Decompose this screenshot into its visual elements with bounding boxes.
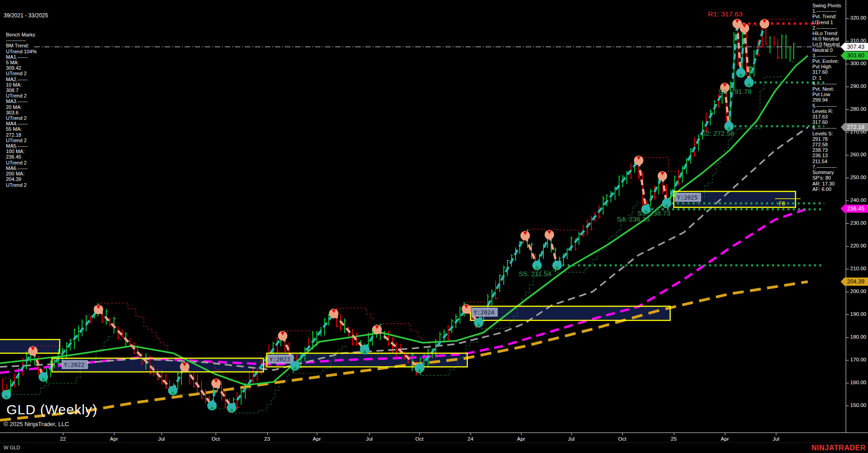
left-panel-line: 309.42 (6, 65, 48, 71)
time-tick (674, 433, 674, 435)
price-axis-label: 280.00 (850, 106, 866, 112)
ma200-line[interactable] (0, 282, 808, 420)
price-tick (846, 109, 849, 110)
right-panel-line: AF: 6.00 (812, 186, 846, 192)
price-axis-label: 290.00 (850, 83, 866, 89)
price-axis-label: 320.00 (850, 15, 866, 21)
year-chip-label: Y:2022 (64, 361, 84, 368)
left-panel-line: BM Trend: (6, 43, 48, 48)
range-label: 39/2021 - 33/2025 (4, 13, 48, 18)
left-panel-line: UTrend 2 (6, 138, 48, 143)
right-panel-line: Pvt High (812, 64, 846, 69)
right-panel-line: 317.63 (812, 114, 846, 119)
right-panel-line: AR: 17.30 (812, 181, 846, 186)
status-bar: W GLD NINJATRADER (0, 443, 868, 453)
time-axis-label: Oct (618, 436, 626, 442)
price-axis-label: 180.00 (850, 334, 866, 340)
price-axis-label: 230.00 (850, 220, 866, 226)
time-axis-label: Apr (517, 436, 525, 442)
swing-pivots-panel: Swing Pivots1.------------Pvt. Trend:UTr… (812, 3, 846, 192)
time-axis-label: 24 (468, 436, 474, 442)
time-tick (161, 433, 162, 435)
time-tick (622, 433, 623, 435)
left-panel-line: Bench Marks (6, 32, 48, 37)
time-tick (63, 433, 63, 435)
left-panel-line: 308.7 (6, 88, 48, 93)
left-panel-line: MA3.------ (6, 98, 48, 104)
time-axis[interactable]: 22AprJulOct23AprJulOct24AprJulOct25AprJu… (0, 432, 868, 443)
left-panel-line: MA5.------ (6, 143, 48, 149)
left-panel-line: UTrend 2 (6, 71, 48, 76)
price-axis[interactable]: 320.00310.00300.00290.00280.00270.00260.… (846, 0, 868, 432)
left-panel-lines: Bench Marks------------BM Trend:UTrend 1… (4, 32, 48, 188)
resistance-label: R1: 317.63 (708, 10, 743, 18)
price-axis-label: 260.00 (850, 152, 866, 157)
right-panel-line: 4.------------ (812, 81, 846, 86)
time-tick (419, 433, 420, 435)
right-panel-line: 317.60 (812, 69, 846, 75)
right-panel-line: 211.54 (812, 159, 846, 164)
price-tick (846, 223, 849, 224)
support-label: S2: 272.58 (701, 129, 734, 137)
right-panel-line: 299.94 (812, 97, 846, 103)
time-tick (114, 433, 114, 435)
time-axis-label: Jul (158, 436, 165, 442)
time-tick (216, 433, 216, 435)
right-panel-line: 236.13 (812, 153, 846, 158)
right-panel-line: D: 1 (812, 75, 846, 81)
right-panel-line: 6.------------ (812, 125, 846, 130)
time-axis-label: 23 (264, 436, 270, 442)
price-tick (846, 314, 849, 315)
left-panel-line: MA1.------ (6, 54, 48, 60)
price-axis-label: 200.00 (850, 288, 866, 294)
year-range-box[interactable] (470, 306, 670, 320)
time-axis-label: Oct (415, 436, 424, 442)
time-axis-label: 25 (671, 436, 677, 442)
right-panel-line: Pvt. Next: (812, 86, 846, 92)
price-axis-label: 310.00 (850, 38, 866, 43)
right-panel-line: Neutral 0 (812, 47, 846, 53)
ma200-marker: 204.39 (841, 278, 868, 286)
price-axis-label: 250.00 (850, 175, 866, 180)
price-tick (846, 178, 849, 178)
year-box-fills (0, 191, 796, 372)
support-label: S5: 211.54 (519, 270, 551, 278)
level-lines (34, 24, 846, 265)
right-panel-line: 5.------------ (812, 103, 846, 108)
left-panel-line: 204.39 (6, 176, 48, 182)
time-tick (470, 433, 471, 435)
time-tick (571, 433, 572, 435)
price-tick (846, 87, 849, 87)
left-panel-line: 272.18 (6, 132, 48, 138)
right-panel-line: 291.78 (812, 136, 846, 142)
left-panel-line: 5 MA: (6, 60, 48, 65)
right-panel-line: Levels S: (812, 131, 846, 136)
year-chip-label: Y:2025 (677, 194, 698, 201)
price-axis-label: 170.00 (850, 357, 866, 362)
price-tick (846, 292, 849, 292)
left-panel-line: MA2.------ (6, 77, 48, 82)
left-panel-line: UTrend 104% (6, 49, 48, 54)
price-axis-label: 300.00 (850, 61, 866, 66)
year-chip-label: Y:2023 (269, 356, 290, 363)
left-panel-line: 55 MA: (6, 126, 48, 132)
left-panel-line: UTrend 2 (6, 115, 48, 121)
left-panel-line: 200 MA: (6, 171, 48, 176)
price-axis-label: 150.00 (850, 402, 866, 408)
chart-area[interactable]: Y:2022Y:2023Y:2024Y:2025F0R1: 317.63S1: … (0, 0, 846, 432)
time-axis-label: Apr (313, 436, 321, 442)
price-axis-label: 210.00 (850, 266, 866, 271)
benchmarks-panel: 39/2021 - 33/2025 Bench Marks-----------… (4, 2, 48, 199)
right-panel-line: 7.------------ (812, 164, 846, 170)
status-instrument: W GLD (4, 445, 20, 450)
ma100-marker: 236.45 (841, 205, 868, 213)
price-tick (846, 132, 849, 133)
time-axis-label: Oct (212, 436, 220, 442)
price-axis-label: 160.00 (850, 380, 866, 385)
ma20-line[interactable] (0, 56, 808, 385)
time-axis-label: Apr (110, 436, 118, 442)
time-tick (521, 433, 522, 435)
time-axis-label: Jul (773, 436, 780, 442)
time-tick (317, 433, 317, 435)
time-tick (725, 433, 725, 435)
